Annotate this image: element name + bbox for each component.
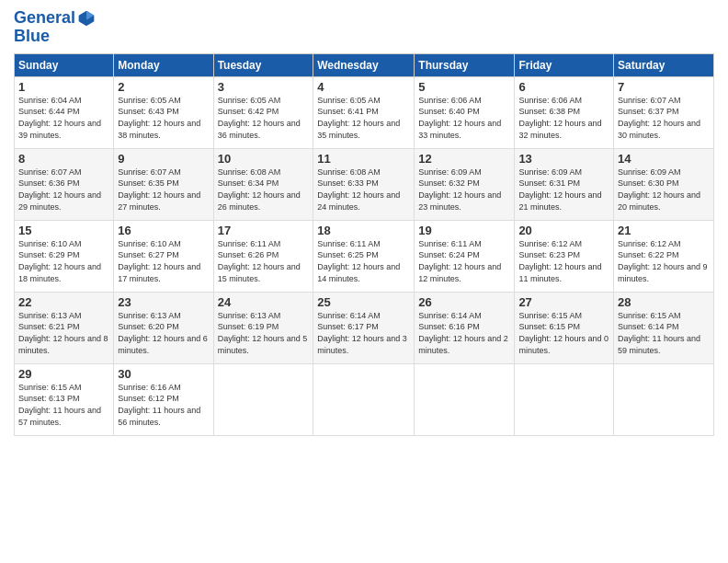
calendar-cell bbox=[515, 363, 614, 435]
day-info: Sunrise: 6:11 AM Sunset: 6:24 PM Dayligh… bbox=[418, 238, 510, 284]
day-info: Sunrise: 6:05 AM Sunset: 6:43 PM Dayligh… bbox=[118, 95, 209, 141]
logo: General Blue bbox=[14, 9, 96, 46]
calendar-cell: 6 Sunrise: 6:06 AM Sunset: 6:38 PM Dayli… bbox=[515, 76, 614, 148]
calendar-cell: 12 Sunrise: 6:09 AM Sunset: 6:32 PM Dayl… bbox=[415, 148, 515, 220]
day-number: 22 bbox=[18, 295, 109, 309]
day-info: Sunrise: 6:12 AM Sunset: 6:22 PM Dayligh… bbox=[618, 238, 710, 284]
calendar-cell: 3 Sunrise: 6:05 AM Sunset: 6:42 PM Dayli… bbox=[213, 76, 313, 148]
weekday-header: Thursday bbox=[415, 53, 515, 76]
day-info: Sunrise: 6:13 AM Sunset: 6:19 PM Dayligh… bbox=[218, 310, 310, 356]
day-number: 1 bbox=[18, 80, 109, 94]
calendar-cell: 29 Sunrise: 6:15 AM Sunset: 6:13 PM Dayl… bbox=[15, 363, 114, 435]
day-info: Sunrise: 6:13 AM Sunset: 6:20 PM Dayligh… bbox=[118, 310, 209, 356]
weekday-header: Saturday bbox=[614, 53, 714, 76]
calendar-cell: 10 Sunrise: 6:08 AM Sunset: 6:34 PM Dayl… bbox=[213, 148, 313, 220]
calendar-cell: 15 Sunrise: 6:10 AM Sunset: 6:29 PM Dayl… bbox=[15, 220, 114, 292]
day-number: 19 bbox=[418, 224, 510, 237]
day-info: Sunrise: 6:09 AM Sunset: 6:32 PM Dayligh… bbox=[418, 167, 510, 213]
day-info: Sunrise: 6:14 AM Sunset: 6:16 PM Dayligh… bbox=[418, 310, 510, 356]
day-info: Sunrise: 6:11 AM Sunset: 6:26 PM Dayligh… bbox=[218, 238, 310, 284]
calendar-week-row: 15 Sunrise: 6:10 AM Sunset: 6:29 PM Dayl… bbox=[15, 220, 714, 292]
calendar-cell: 18 Sunrise: 6:11 AM Sunset: 6:25 PM Dayl… bbox=[313, 220, 415, 292]
calendar-cell: 27 Sunrise: 6:15 AM Sunset: 6:15 PM Dayl… bbox=[515, 292, 614, 363]
calendar-cell: 9 Sunrise: 6:07 AM Sunset: 6:35 PM Dayli… bbox=[114, 148, 213, 220]
calendar-cell: 13 Sunrise: 6:09 AM Sunset: 6:31 PM Dayl… bbox=[515, 148, 614, 220]
day-info: Sunrise: 6:10 AM Sunset: 6:27 PM Dayligh… bbox=[118, 238, 209, 284]
day-number: 28 bbox=[618, 295, 710, 309]
calendar-cell bbox=[614, 363, 714, 435]
day-number: 12 bbox=[418, 152, 510, 166]
calendar-week-row: 29 Sunrise: 6:15 AM Sunset: 6:13 PM Dayl… bbox=[15, 363, 714, 435]
day-info: Sunrise: 6:08 AM Sunset: 6:33 PM Dayligh… bbox=[317, 167, 410, 213]
calendar-cell: 1 Sunrise: 6:04 AM Sunset: 6:44 PM Dayli… bbox=[15, 76, 114, 148]
day-info: Sunrise: 6:16 AM Sunset: 6:12 PM Dayligh… bbox=[118, 382, 209, 428]
calendar-cell: 21 Sunrise: 6:12 AM Sunset: 6:22 PM Dayl… bbox=[614, 220, 714, 292]
day-info: Sunrise: 6:07 AM Sunset: 6:35 PM Dayligh… bbox=[118, 167, 209, 213]
calendar-cell: 16 Sunrise: 6:10 AM Sunset: 6:27 PM Dayl… bbox=[114, 220, 213, 292]
day-number: 10 bbox=[218, 152, 310, 166]
calendar-cell: 17 Sunrise: 6:11 AM Sunset: 6:26 PM Dayl… bbox=[213, 220, 313, 292]
day-number: 11 bbox=[317, 152, 410, 166]
day-number: 17 bbox=[218, 224, 310, 237]
day-number: 7 bbox=[618, 80, 710, 94]
logo-blue-text: Blue bbox=[14, 28, 96, 46]
day-info: Sunrise: 6:10 AM Sunset: 6:29 PM Dayligh… bbox=[18, 238, 109, 284]
calendar-cell: 11 Sunrise: 6:08 AM Sunset: 6:33 PM Dayl… bbox=[313, 148, 415, 220]
day-info: Sunrise: 6:09 AM Sunset: 6:30 PM Dayligh… bbox=[618, 167, 710, 213]
page-header: General Blue bbox=[14, 9, 714, 46]
weekday-header: Wednesday bbox=[313, 53, 415, 76]
weekday-header: Friday bbox=[515, 53, 614, 76]
logo-icon bbox=[77, 9, 96, 28]
day-info: Sunrise: 6:15 AM Sunset: 6:14 PM Dayligh… bbox=[618, 310, 710, 356]
day-number: 24 bbox=[218, 295, 310, 309]
day-info: Sunrise: 6:09 AM Sunset: 6:31 PM Dayligh… bbox=[518, 167, 609, 213]
calendar-cell: 24 Sunrise: 6:13 AM Sunset: 6:19 PM Dayl… bbox=[213, 292, 313, 363]
day-info: Sunrise: 6:15 AM Sunset: 6:13 PM Dayligh… bbox=[18, 382, 109, 428]
day-number: 20 bbox=[518, 224, 609, 237]
day-number: 21 bbox=[618, 224, 710, 237]
calendar-cell: 4 Sunrise: 6:05 AM Sunset: 6:41 PM Dayli… bbox=[313, 76, 415, 148]
day-number: 26 bbox=[418, 295, 510, 309]
weekday-header: Monday bbox=[114, 53, 213, 76]
weekday-header: Sunday bbox=[15, 53, 114, 76]
day-info: Sunrise: 6:11 AM Sunset: 6:25 PM Dayligh… bbox=[317, 238, 410, 284]
day-number: 30 bbox=[118, 367, 209, 381]
day-number: 5 bbox=[418, 80, 510, 94]
day-info: Sunrise: 6:12 AM Sunset: 6:23 PM Dayligh… bbox=[518, 238, 609, 284]
day-number: 14 bbox=[618, 152, 710, 166]
calendar-week-row: 22 Sunrise: 6:13 AM Sunset: 6:21 PM Dayl… bbox=[15, 292, 714, 363]
day-number: 2 bbox=[118, 80, 209, 94]
calendar-cell: 5 Sunrise: 6:06 AM Sunset: 6:40 PM Dayli… bbox=[415, 76, 515, 148]
day-number: 9 bbox=[118, 152, 209, 166]
day-info: Sunrise: 6:15 AM Sunset: 6:15 PM Dayligh… bbox=[518, 310, 609, 356]
weekday-header: Tuesday bbox=[213, 53, 313, 76]
calendar-table: SundayMondayTuesdayWednesdayThursdayFrid… bbox=[14, 53, 714, 436]
day-number: 29 bbox=[18, 367, 109, 381]
day-info: Sunrise: 6:14 AM Sunset: 6:17 PM Dayligh… bbox=[317, 310, 410, 356]
day-info: Sunrise: 6:06 AM Sunset: 6:38 PM Dayligh… bbox=[518, 95, 609, 141]
calendar-cell: 23 Sunrise: 6:13 AM Sunset: 6:20 PM Dayl… bbox=[114, 292, 213, 363]
day-number: 18 bbox=[317, 224, 410, 237]
calendar-cell: 2 Sunrise: 6:05 AM Sunset: 6:43 PM Dayli… bbox=[114, 76, 213, 148]
calendar-cell: 22 Sunrise: 6:13 AM Sunset: 6:21 PM Dayl… bbox=[15, 292, 114, 363]
calendar-cell bbox=[415, 363, 515, 435]
calendar-cell: 26 Sunrise: 6:14 AM Sunset: 6:16 PM Dayl… bbox=[415, 292, 515, 363]
day-number: 8 bbox=[18, 152, 109, 166]
calendar-cell: 30 Sunrise: 6:16 AM Sunset: 6:12 PM Dayl… bbox=[114, 363, 213, 435]
day-info: Sunrise: 6:05 AM Sunset: 6:41 PM Dayligh… bbox=[317, 95, 410, 141]
calendar-cell: 14 Sunrise: 6:09 AM Sunset: 6:30 PM Dayl… bbox=[614, 148, 714, 220]
day-info: Sunrise: 6:07 AM Sunset: 6:37 PM Dayligh… bbox=[618, 95, 710, 141]
day-info: Sunrise: 6:08 AM Sunset: 6:34 PM Dayligh… bbox=[218, 167, 310, 213]
calendar-week-row: 1 Sunrise: 6:04 AM Sunset: 6:44 PM Dayli… bbox=[15, 76, 714, 148]
calendar-cell: 19 Sunrise: 6:11 AM Sunset: 6:24 PM Dayl… bbox=[415, 220, 515, 292]
day-info: Sunrise: 6:07 AM Sunset: 6:36 PM Dayligh… bbox=[18, 167, 109, 213]
calendar-cell: 28 Sunrise: 6:15 AM Sunset: 6:14 PM Dayl… bbox=[614, 292, 714, 363]
day-number: 23 bbox=[118, 295, 209, 309]
day-number: 13 bbox=[518, 152, 609, 166]
calendar-week-row: 8 Sunrise: 6:07 AM Sunset: 6:36 PM Dayli… bbox=[15, 148, 714, 220]
day-number: 6 bbox=[518, 80, 609, 94]
logo-text: General bbox=[14, 9, 75, 28]
day-number: 15 bbox=[18, 224, 109, 237]
calendar-cell: 25 Sunrise: 6:14 AM Sunset: 6:17 PM Dayl… bbox=[313, 292, 415, 363]
calendar-cell: 8 Sunrise: 6:07 AM Sunset: 6:36 PM Dayli… bbox=[15, 148, 114, 220]
